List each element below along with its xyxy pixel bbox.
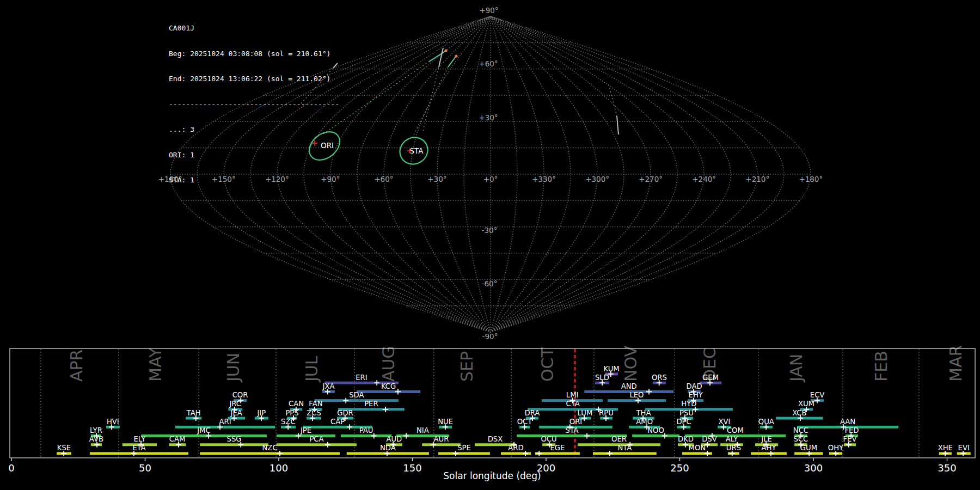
shower-activity-bar: [422, 443, 461, 446]
trail-observed: [439, 48, 443, 67]
shower-code-label: ELY: [133, 435, 146, 443]
shower-NDA: NDA: [347, 444, 429, 456]
shower-code-label: NOO: [647, 426, 664, 434]
shower-code-label: CAM: [169, 435, 186, 443]
shower-KSE: KSE: [57, 444, 71, 456]
trail-backtrack: [609, 84, 617, 116]
lon-tick-label: +0°: [483, 175, 498, 183]
x-tick-label: 0: [8, 462, 14, 474]
trail-observed: [448, 57, 456, 67]
count-sta: STA: 1: [169, 176, 339, 185]
shower-peak-marker: [383, 407, 388, 412]
x-tick-label: 250: [670, 462, 689, 474]
shower-XCB: XCB: [776, 409, 823, 421]
shower-code-label: AND: [621, 382, 637, 390]
shower-activity-bar: [584, 390, 673, 393]
shower-code-label: LEO: [629, 391, 644, 399]
shower-code-label: JPE: [300, 426, 311, 434]
shower-code-label: PCA: [309, 435, 323, 443]
grid-meridian: [491, 16, 597, 332]
shower-code-label: DAD: [686, 382, 702, 390]
shower-code-label: NZC: [262, 444, 277, 452]
month-label: OCT: [538, 347, 557, 382]
month-label: JUL: [302, 356, 321, 383]
shower-code-label: ALY: [726, 435, 739, 443]
shower-code-label: NDA: [380, 444, 396, 452]
shower-code-label: ARD: [508, 444, 523, 452]
shower-activity-bar: [315, 399, 399, 402]
shower-code-label: AUD: [386, 435, 402, 443]
shower-code-label: HYD: [681, 400, 696, 408]
shower-activity-bar: [517, 434, 627, 437]
shower-code-label: STA: [565, 426, 578, 434]
shower-peak-marker: [403, 433, 409, 439]
shower-code-label: NIA: [416, 426, 429, 434]
shower-code-label: MON: [689, 444, 706, 452]
shower-code-label: AAN: [840, 418, 855, 426]
count-sporadic: ...: 3: [169, 125, 339, 134]
shower-code-label: AMO: [636, 418, 653, 426]
lon-tick-label: +60°: [374, 175, 393, 183]
month-label: JUN: [224, 353, 243, 383]
shower-EVI: EVI: [957, 444, 971, 456]
month-label: JAN: [787, 354, 806, 383]
shower-code-label: FEV: [843, 435, 857, 443]
x-tick-label: 150: [403, 462, 421, 474]
shower-activity-bar: [357, 390, 420, 393]
lon-tick-label: +330°: [532, 175, 556, 183]
divider: ----------------------------------------: [169, 100, 339, 109]
month-label: MAY: [146, 347, 165, 382]
shower-JXA: JXA: [322, 382, 335, 395]
shower-peak-marker: [607, 451, 612, 456]
trail-observed: [617, 116, 618, 134]
month-label: AUG: [379, 346, 398, 382]
shower-activity-bar: [90, 452, 188, 455]
lat-tick-label: -90°: [482, 332, 498, 341]
shower-peak-marker: [536, 451, 542, 456]
shower-code-label: EVI: [958, 444, 970, 452]
shower-AVB: AVB: [89, 435, 103, 448]
shower-code-label: PAU: [359, 426, 373, 434]
lon-tick-label: +210°: [745, 175, 769, 183]
shower-CAM: CAM: [169, 435, 186, 448]
shower-code-label: ETA: [132, 444, 145, 452]
shower-ZCS: ZCS: [307, 409, 321, 421]
count-ori: ORI: 1: [169, 151, 339, 160]
shower-activity-bar: [141, 434, 267, 437]
shower-code-label: PSU: [679, 409, 694, 417]
shower-activity-bar: [438, 452, 490, 455]
shower-activity-bar: [200, 443, 268, 446]
shower-activity-bar: [593, 452, 657, 455]
shower-HVI: HVI: [106, 418, 120, 430]
shower-code-label: GEM: [702, 373, 719, 382]
radiant-STA: STA: [395, 132, 432, 169]
shower-activity-bar: [200, 452, 340, 455]
meteor-track-STA: [412, 54, 458, 138]
shower-RPU: RPU: [599, 409, 614, 421]
shower-OHY: OHY: [828, 444, 844, 456]
shower-code-label: DSV: [702, 435, 717, 443]
meteor-track-sporadic: [609, 84, 618, 134]
shower-peak-marker: [646, 389, 652, 394]
lon-tick-label: +300°: [585, 175, 609, 183]
shower-code-label: KUM: [603, 365, 619, 373]
shower-code-label: ERI: [356, 373, 367, 382]
meteor-track-sporadic: [423, 48, 443, 131]
trail-observed: [429, 51, 445, 62]
lon-tick-label: +240°: [692, 175, 716, 183]
shower-code-label: JEA: [230, 409, 242, 417]
shower-code-label: SPE: [457, 444, 471, 452]
lat-tick-label: -60°: [482, 279, 498, 288]
shower-code-label: PER: [364, 400, 378, 408]
x-axis-title: Solar longitude (deg): [443, 470, 541, 481]
shower-FEV: FEV: [843, 435, 857, 448]
lat-tick-label: -30°: [482, 226, 498, 235]
shower-activity-bar: [277, 434, 335, 437]
x-tick-label: 350: [938, 462, 956, 474]
shower-code-label: ARI: [219, 418, 231, 426]
begin-time: Beg: 20251024 03:08:08 (sol = 210.61°): [169, 50, 339, 58]
shower-code-label: KCG: [381, 382, 396, 390]
lat-tick-label: +90°: [479, 6, 498, 15]
shower-code-label: XCB: [792, 409, 806, 417]
info-panel: CA001J Beg: 20251024 03:08:08 (sol = 210…: [169, 7, 339, 201]
